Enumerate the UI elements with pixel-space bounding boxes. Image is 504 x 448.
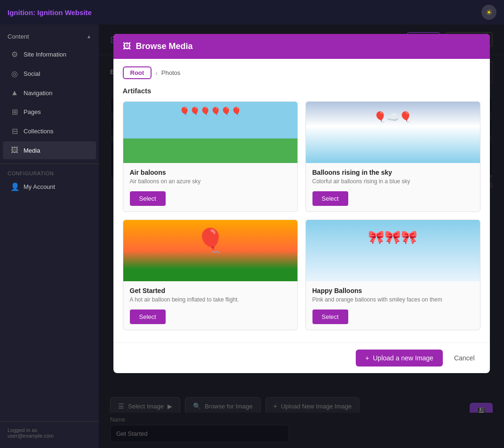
sidebar-item-label: Collections — [24, 128, 54, 135]
sidebar-item-label: Pages — [24, 108, 41, 115]
content-section-label: Content — [8, 33, 29, 40]
sidebar-item-site-information[interactable]: ⚙ Site Information — [3, 45, 96, 64]
select-air-baloons-button[interactable]: Select — [130, 191, 166, 206]
sidebar-item-label: My Account — [24, 183, 55, 190]
site-info-icon: ⚙ — [10, 50, 19, 59]
pages-icon: ⊞ — [10, 107, 19, 116]
theme-toggle-button[interactable]: ☀ — [481, 5, 496, 20]
modal-header: 🖼 Browse Media — [113, 34, 490, 59]
sidebar-footer: Logged in as user@example.com — [0, 421, 99, 444]
browse-media-modal: 🖼 Browse Media Root › Photos Artifacts — [113, 34, 490, 373]
media-card-body-get-started: Get Started A hot air balloon being infl… — [123, 281, 297, 330]
main-layout: Content ▲ ⚙ Site Information ◎ Social ▲ … — [0, 24, 504, 448]
navigation-icon: ▲ — [10, 89, 19, 97]
sidebar-item-label: Site Information — [24, 51, 66, 58]
modal-header-icon: 🖼 — [123, 41, 131, 51]
modal-body: Root › Photos Artifacts Air baloons — [113, 59, 490, 342]
sidebar-item-label: Navigation — [24, 90, 52, 97]
brand-name: Ignition: — [8, 8, 35, 16]
modal-overlay: 🖼 Browse Media Root › Photos Artifacts — [99, 24, 504, 448]
sidebar-item-collections[interactable]: ⊟ Collections — [3, 122, 96, 140]
media-card-image-air-baloons — [123, 102, 297, 163]
cancel-button[interactable]: Cancel — [448, 350, 480, 367]
modal-header-title: Browse Media — [136, 41, 193, 51]
media-card-body-air-baloons: Air baloons Air balloons on an azure sky… — [123, 163, 297, 212]
sidebar-item-media[interactable]: 🖼 Media — [3, 141, 96, 159]
collections-icon: ⊟ — [10, 127, 19, 136]
select-happy-balloons-button[interactable]: Select — [312, 310, 348, 324]
media-card-body-balloons-rising: Balloons rising in the sky Colorful air … — [306, 163, 480, 212]
account-icon: 👤 — [10, 182, 19, 191]
media-card-title: Balloons rising in the sky — [312, 169, 473, 176]
media-card-happy-balloons: Happy Balloons Pink and orange balloons … — [305, 220, 480, 330]
social-icon: ◎ — [10, 69, 19, 78]
media-card-desc: A hot air balloon being inflated to take… — [130, 296, 291, 303]
media-card-balloons-rising: Balloons rising in the sky Colorful air … — [305, 101, 480, 212]
logged-in-label: Logged in as — [8, 427, 91, 433]
sidebar-item-social[interactable]: ◎ Social — [3, 65, 96, 83]
sidebar: Content ▲ ⚙ Site Information ◎ Social ▲ … — [0, 24, 99, 448]
media-card-get-started: Get Started A hot air balloon being infl… — [123, 220, 298, 330]
media-icon: 🖼 — [10, 146, 19, 155]
media-card-title: Happy Balloons — [312, 287, 473, 294]
breadcrumb: Root › Photos — [123, 66, 480, 79]
media-card-air-baloons: Air baloons Air balloons on an azure sky… — [123, 101, 298, 212]
sidebar-divider — [0, 163, 99, 164]
username-label: user@example.com — [8, 433, 91, 439]
content-chevron-icon: ▲ — [87, 34, 91, 39]
media-card-title: Get Started — [130, 287, 291, 294]
media-grid: Air baloons Air balloons on an azure sky… — [123, 101, 480, 330]
artifacts-title: Artifacts — [123, 87, 480, 95]
sidebar-item-label: Social — [24, 70, 40, 77]
upload-plus-icon: + — [365, 354, 369, 362]
media-card-desc: Colorful air balloons rising in a blue s… — [312, 178, 473, 185]
main-content: ⊞ Page Details Dirty Published Environme… — [99, 24, 504, 448]
sidebar-item-label: Media — [24, 147, 40, 154]
content-section-header[interactable]: Content ▲ — [0, 28, 99, 45]
sidebar-item-pages[interactable]: ⊞ Pages — [3, 103, 96, 121]
media-card-image-get-started — [123, 220, 297, 281]
media-card-image-balloons-rising — [306, 102, 480, 163]
upload-image-button[interactable]: + Upload a new Image — [356, 350, 443, 367]
sidebar-item-navigation[interactable]: ▲ Navigation — [3, 84, 96, 102]
select-get-started-button[interactable]: Select — [130, 310, 166, 324]
select-balloons-rising-button[interactable]: Select — [312, 191, 348, 206]
media-card-desc: Air balloons on an azure sky — [130, 178, 291, 185]
media-card-title: Air baloons — [130, 169, 291, 176]
media-card-body-happy-balloons: Happy Balloons Pink and orange balloons … — [306, 281, 480, 330]
breadcrumb-current: Photos — [161, 69, 180, 76]
media-card-image-happy-balloons — [306, 220, 480, 281]
config-category: Configuration — [0, 168, 99, 177]
breadcrumb-separator-icon: › — [155, 69, 158, 77]
media-card-desc: Pink and orange balloons with smiley fac… — [312, 296, 473, 303]
app-title: Ignition: Ignition Website — [8, 8, 92, 16]
sidebar-item-my-account[interactable]: 👤 My Account — [3, 178, 96, 196]
topbar: Ignition: Ignition Website ☀ — [0, 0, 504, 24]
breadcrumb-root-button[interactable]: Root — [123, 66, 152, 79]
modal-footer: + Upload a new Image Cancel — [113, 342, 490, 373]
site-name: Ignition Website — [37, 8, 92, 16]
